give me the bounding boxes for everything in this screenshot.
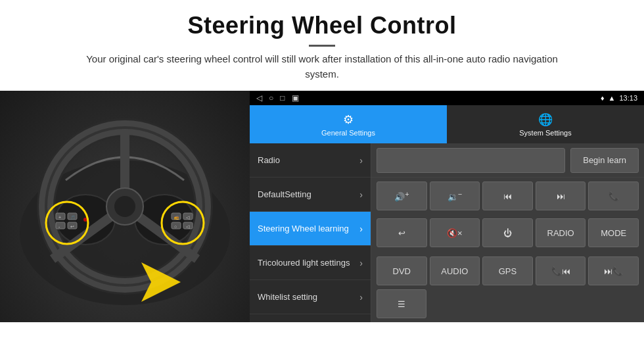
hang-up-icon: ↩ [398,228,405,238]
menu-item-radio[interactable]: Radio › [250,143,371,178]
back-nav-icon[interactable]: ◁ [256,93,262,103]
hang-up-button[interactable]: ↩ [377,218,427,247]
vol-up-icon: 🔊+ [394,190,409,202]
mute-icon: 🔇× [447,228,463,238]
vol-down-icon: 🔉− [448,190,462,202]
gps-button[interactable]: GPS [482,256,533,285]
menu-item-steering-wheel[interactable]: Steering Wheel learning › [250,212,371,246]
general-settings-icon: ⚙ [343,112,354,127]
android-panel: ◁ ○ □ ▣ ♦ ▲ 13:13 ⚙ General Settings 🌐 S… [250,91,644,322]
status-time: 13:13 [619,94,637,102]
last-row: ☰ [371,289,644,322]
bottom-button-grid: DVD AUDIO GPS 📞⏮ ⏭📞 [371,256,644,289]
recent-nav-icon[interactable]: □ [280,93,285,103]
phone-next-button[interactable]: ⏭📞 [588,256,639,285]
svg-point-11 [114,196,135,217]
page-title: Steering Wheel Control [13,12,631,39]
status-bar: ◁ ○ □ ▣ ♦ ▲ 13:13 [250,91,644,105]
svg-rect-15 [56,222,65,229]
key-input-box [377,148,565,173]
chevron-icon: › [359,155,363,166]
prev-track-button[interactable]: ⏮ [482,181,533,210]
status-bar-info: ♦ ▲ 13:13 [601,94,637,102]
page-subtitle: Your original car's steering wheel contr… [85,52,559,82]
vol-up-button[interactable]: 🔊+ [377,181,427,210]
phone-prev-icon: 📞⏮ [551,266,570,276]
dvd-label: DVD [393,266,411,276]
top-row: Begin learn [371,143,644,178]
phone-button[interactable]: 📞 [588,181,639,210]
main-content: + 🎵 - ↩ 📻 ◁ ○ ◁ [0,91,644,322]
screenshot-nav-icon[interactable]: ▣ [292,93,299,103]
menu-item-whitelist[interactable]: Whitelist setting › [250,280,371,314]
menu-item-tricoloured[interactable]: Tricoloured light settings › [250,246,371,280]
audio-button[interactable]: AUDIO [430,256,480,285]
list-icon-button[interactable]: ☰ [377,289,426,318]
tab-bar: ⚙ General Settings 🌐 System Settings [250,105,644,143]
prev-track-icon: ⏮ [503,191,512,201]
signal-icon: ▲ [609,94,616,102]
system-settings-icon: 🌐 [538,112,553,127]
gps-label: GPS [499,266,517,276]
mute-button[interactable]: 🔇× [430,218,480,247]
svg-text:+: + [58,215,61,220]
chevron-icon: › [359,224,363,234]
title-divider [309,45,335,47]
svg-text:📻: 📻 [174,215,179,220]
svg-text:○: ○ [174,224,177,229]
power-icon: ⏻ [503,228,512,238]
content-area: Radio › DefaultSetting › Steering Wheel … [250,143,644,322]
chevron-icon: › [359,189,363,200]
mode-button[interactable]: MODE [588,218,639,247]
car-image-section: + 🎵 - ↩ 📻 ◁ ○ ◁ [0,91,250,322]
radio-button[interactable]: RADIO [536,218,586,247]
menu-list: Radio › DefaultSetting › Steering Wheel … [250,143,371,322]
menu-item-default-setting[interactable]: DefaultSetting › [250,178,371,212]
steering-wheel-bg: + 🎵 - ↩ 📻 ◁ ○ ◁ [0,91,250,322]
svg-text:↩: ↩ [70,224,74,229]
location-icon: ♦ [601,94,605,102]
steering-wheel-svg: + 🎵 - ↩ 📻 ◁ ○ ◁ [13,101,237,312]
phone-prev-button[interactable]: 📞⏮ [536,256,586,285]
power-button[interactable]: ⏻ [482,218,533,247]
radio-label: RADIO [547,228,574,238]
page-header: Steering Wheel Control Your original car… [0,0,644,88]
audio-label: AUDIO [441,266,468,276]
phone-next-icon: ⏭📞 [604,266,623,276]
phone-icon: 📞 [609,191,619,201]
status-bar-nav: ◁ ○ □ ▣ [256,93,299,103]
next-track-button[interactable]: ⏭ [536,181,586,210]
dvd-button[interactable]: DVD [377,256,427,285]
svg-text:🎵: 🎵 [70,215,76,220]
begin-learn-button[interactable]: Begin learn [570,148,639,173]
vol-down-button[interactable]: 🔉− [430,181,480,210]
tab-general-settings[interactable]: ⚙ General Settings [250,105,447,143]
tab-system-settings[interactable]: 🌐 System Settings [447,105,644,143]
mode-label: MODE [601,228,626,238]
home-nav-icon[interactable]: ○ [269,93,273,103]
control-button-grid: 🔊+ 🔉− ⏮ ⏭ 📞 ↩ [371,178,644,256]
chevron-icon: › [359,292,363,302]
next-track-icon: ⏭ [557,191,565,201]
chevron-icon: › [359,258,363,268]
controls-panel: Begin learn 🔊+ 🔉− ⏮ ⏭ [371,143,644,322]
list-icon: ☰ [398,299,405,309]
